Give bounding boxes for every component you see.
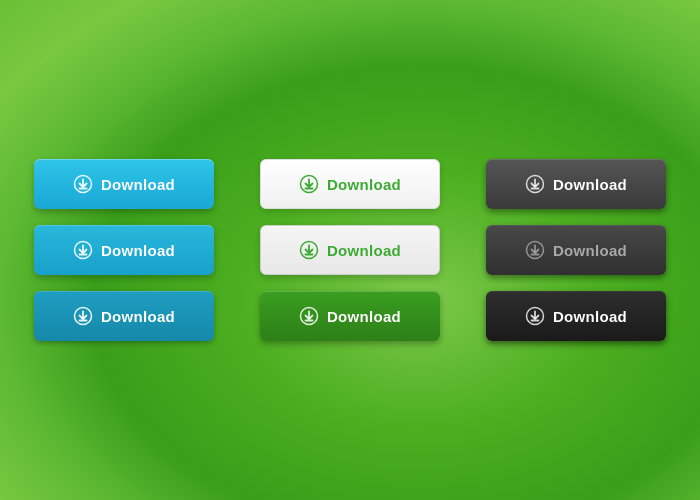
download-icon bbox=[299, 174, 319, 194]
download-button-blue-2[interactable]: Download bbox=[34, 225, 214, 275]
download-icon bbox=[299, 240, 319, 260]
download-label: Download bbox=[101, 242, 175, 259]
download-button-blue-3[interactable]: Download bbox=[34, 291, 214, 341]
download-button-white-2[interactable]: Download bbox=[260, 225, 440, 275]
download-icon bbox=[73, 306, 93, 326]
download-label: Download bbox=[327, 242, 401, 259]
download-label: Download bbox=[327, 176, 401, 193]
download-label: Download bbox=[553, 308, 627, 325]
download-button-green-dark[interactable]: Download bbox=[260, 291, 440, 341]
download-icon bbox=[73, 174, 93, 194]
download-button-dark-2[interactable]: Download bbox=[486, 225, 666, 275]
download-button-dark-3[interactable]: Download bbox=[486, 291, 666, 341]
download-button-dark-1[interactable]: Download bbox=[486, 159, 666, 209]
download-icon bbox=[299, 306, 319, 326]
download-label: Download bbox=[553, 176, 627, 193]
download-icon bbox=[73, 240, 93, 260]
download-label: Download bbox=[101, 308, 175, 325]
download-icon bbox=[525, 174, 545, 194]
button-grid: Download Download Download bbox=[34, 159, 666, 341]
download-icon bbox=[525, 306, 545, 326]
download-button-blue-1[interactable]: Download bbox=[34, 159, 214, 209]
download-button-white-1[interactable]: Download bbox=[260, 159, 440, 209]
download-label: Download bbox=[327, 308, 401, 325]
download-label: Download bbox=[101, 176, 175, 193]
download-icon bbox=[525, 240, 545, 260]
download-label: Download bbox=[553, 242, 627, 259]
